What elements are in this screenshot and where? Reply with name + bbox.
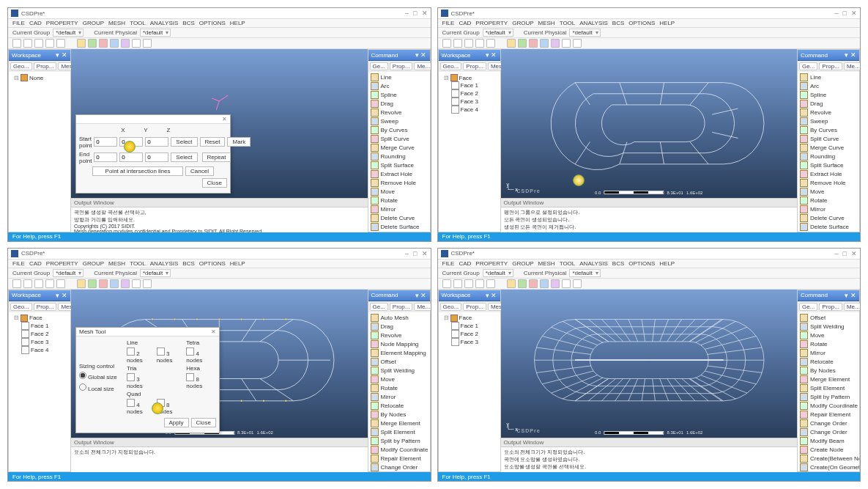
tb-icon[interactable]: [110, 39, 119, 48]
menu-options[interactable]: OPTIONS: [199, 20, 226, 26]
cmd-item[interactable]: Line: [799, 73, 858, 81]
cmd-item[interactable]: Mirror: [370, 393, 429, 401]
cmd-tab-geo[interactable]: Ge...: [370, 62, 388, 70]
dlg-close-icon[interactable]: ✕: [211, 328, 216, 335]
cmd-item[interactable]: By Curves: [370, 126, 429, 134]
panel-close-icon[interactable]: ▾ ✕: [415, 51, 427, 59]
cmd-item[interactable]: Create Node: [799, 446, 858, 454]
cmd-item[interactable]: Split Curve: [799, 135, 858, 143]
cmd-item[interactable]: Delete Curve: [799, 214, 858, 222]
cmd-item[interactable]: Delete Curve: [370, 214, 429, 222]
end-x-input[interactable]: [94, 152, 117, 162]
cmd-item[interactable]: Arc: [799, 82, 858, 90]
tb-icon[interactable]: [132, 39, 141, 48]
cmd-item[interactable]: Move: [799, 331, 858, 339]
combo-current-physical[interactable]: *default: [140, 29, 171, 37]
cmd-item[interactable]: Move: [370, 375, 429, 383]
cmd-item[interactable]: Drag: [799, 100, 858, 108]
cmd-item[interactable]: By Nodes: [799, 367, 858, 375]
cmd-item[interactable]: Merge Curve: [799, 144, 858, 152]
cmd-item[interactable]: Merge Element: [370, 419, 429, 427]
cmd-item[interactable]: Node Mapping: [370, 340, 429, 348]
tb-icon[interactable]: [23, 39, 32, 48]
min-icon[interactable]: –: [835, 10, 839, 17]
cmd-item[interactable]: Arc: [370, 82, 429, 90]
cmd-item[interactable]: Split Welding: [799, 323, 858, 331]
cmd-item[interactable]: Line: [370, 73, 429, 81]
close-icon[interactable]: ✕: [851, 10, 857, 17]
cmd-item[interactable]: Element Mapping: [370, 349, 429, 357]
cmd-item[interactable]: Revolve: [370, 109, 429, 117]
tb-icon[interactable]: [45, 39, 54, 48]
tb-icon[interactable]: [34, 39, 43, 48]
cmd-item[interactable]: Revolve: [799, 109, 858, 117]
tb-icon[interactable]: [143, 39, 152, 48]
tb-icon[interactable]: [12, 39, 21, 48]
cmd-item[interactable]: Rounding: [370, 152, 429, 161]
command-list[interactable]: LineArcSplineDragRevolveSweepBy CurvesSp…: [368, 72, 430, 232]
viewport-3d[interactable]: ✕ X Y Z Start point: [71, 49, 368, 198]
cmd-tab-mesh[interactable]: Me...: [414, 62, 430, 70]
cmd-item[interactable]: Split Surface: [370, 161, 429, 169]
cmd-tab-prop[interactable]: Prop...: [390, 62, 413, 70]
cmd-item[interactable]: Relocate: [799, 358, 858, 366]
cmd-item[interactable]: Create(Between Nodes): [799, 455, 858, 463]
workspace-tree[interactable]: ⊟None: [9, 72, 70, 232]
btn-close[interactable]: Close: [191, 418, 216, 427]
max-icon[interactable]: □: [843, 10, 847, 17]
btn-select[interactable]: Select: [171, 137, 197, 147]
cmd-item[interactable]: Sweep: [370, 117, 429, 125]
ws-tab-geo[interactable]: Geo...: [10, 62, 32, 70]
btn-apply[interactable]: Apply: [164, 418, 189, 427]
tree-item[interactable]: None: [29, 75, 43, 81]
workspace-tree[interactable]: ⊟Face Face 1 Face 2 Face 3 Face 4: [439, 72, 500, 232]
cmd-item[interactable]: Sweep: [799, 117, 858, 125]
tb-icon[interactable]: [99, 39, 108, 48]
menu-file[interactable]: FILE: [12, 20, 25, 26]
cmd-item[interactable]: Modify Coordinate: [370, 446, 429, 454]
btn-select2[interactable]: Select: [171, 152, 197, 162]
cmd-item[interactable]: Repair Element: [370, 455, 429, 463]
menu-mesh[interactable]: MESH: [108, 20, 125, 26]
tb-icon[interactable]: [77, 39, 86, 48]
menu-group[interactable]: GROUP: [83, 20, 104, 26]
cmd-item[interactable]: Change Order: [799, 428, 858, 436]
menu-property[interactable]: PROPERTY: [46, 20, 78, 26]
start-x-input[interactable]: [94, 137, 117, 147]
cmd-item[interactable]: Remove Hole: [799, 179, 858, 187]
cmd-item[interactable]: Auto Mesh: [370, 314, 429, 322]
dlg-close-icon[interactable]: ✕: [222, 116, 227, 122]
end-y-input[interactable]: [119, 152, 143, 162]
cmd-item[interactable]: Move: [370, 188, 429, 196]
menu-help[interactable]: HELP: [230, 20, 245, 26]
cmd-item[interactable]: Drag: [370, 323, 429, 331]
cmd-item[interactable]: Drag: [370, 100, 429, 108]
btn-close[interactable]: Close: [202, 178, 227, 188]
tb-icon[interactable]: [56, 39, 65, 48]
cmd-item[interactable]: Create(On Geometry): [799, 463, 858, 471]
cmd-item[interactable]: Change Order: [370, 463, 429, 471]
radio-local[interactable]: [79, 383, 86, 391]
cmd-item[interactable]: Revolve: [370, 331, 429, 339]
cmd-item[interactable]: Offset: [370, 358, 429, 366]
viewport-3d[interactable]: y└─ x CSDPre 0.08.3E+011.6E+02: [501, 290, 798, 438]
cmd-item[interactable]: Split Surface: [799, 161, 858, 169]
cmd-item[interactable]: Rounding: [799, 152, 858, 161]
cmd-item[interactable]: Split by Pattern: [799, 393, 858, 401]
cmd-item[interactable]: Mirror: [370, 205, 429, 213]
tb-icon[interactable]: [88, 39, 97, 48]
cmd-item[interactable]: Modify Coordinate: [799, 402, 858, 410]
btn-mark[interactable]: Mark: [227, 137, 251, 147]
cmd-item[interactable]: Change Order: [799, 419, 858, 427]
min-icon[interactable]: –: [405, 10, 409, 17]
max-icon[interactable]: □: [413, 10, 417, 17]
cmd-item[interactable]: By Nodes: [370, 411, 429, 419]
cmd-item[interactable]: Mirror: [799, 205, 858, 213]
menu-bcs[interactable]: BCS: [182, 20, 194, 26]
cmd-item[interactable]: Spline: [799, 91, 858, 99]
cmd-item[interactable]: Merge Element: [799, 375, 858, 383]
cmd-item[interactable]: Rotate: [370, 384, 429, 392]
cmd-item[interactable]: Rotate: [370, 196, 429, 205]
cmd-item[interactable]: Rotate: [799, 340, 858, 348]
cmd-item[interactable]: Split Element: [370, 428, 429, 436]
